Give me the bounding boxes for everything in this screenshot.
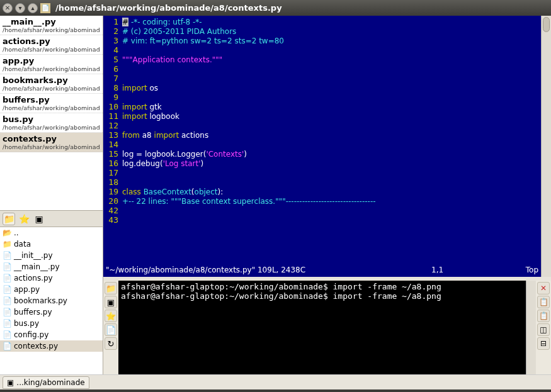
editor-line[interactable]: 13from a8 import actions bbox=[105, 130, 541, 140]
terminal-scrollbar[interactable] bbox=[526, 281, 536, 374]
file-tree-label: app.py bbox=[14, 285, 40, 294]
code-content[interactable]: # (c) 2005-2011 PIDA Authors bbox=[122, 26, 236, 36]
buffer-item[interactable]: app.py/home/afshar/working/abominade/a8 bbox=[0, 55, 103, 74]
terminal[interactable]: afshar@afshar-glaptop:~/working/abominad… bbox=[118, 281, 526, 374]
close-window-icon[interactable]: ✕ bbox=[3, 3, 13, 13]
code-content[interactable]: import os bbox=[122, 83, 158, 92]
editor-line[interactable]: 7 bbox=[105, 74, 541, 83]
code-content[interactable]: from a8 import actions bbox=[122, 130, 208, 140]
code-content[interactable]: +-- 22 lines: """Base context superclass… bbox=[122, 196, 376, 206]
line-number: 19 bbox=[105, 187, 122, 196]
file-tree-label: config.py bbox=[14, 330, 48, 339]
buffer-path: /home/afshar/working/abominade/a8 bbox=[3, 124, 100, 131]
buffer-name: app.py bbox=[3, 56, 100, 65]
split-h-icon[interactable]: ⊟ bbox=[537, 337, 550, 350]
terminal-right-toolbar: ✕ 📋 📋 ◫ ⊟ bbox=[536, 281, 551, 374]
editor-line[interactable]: 6 bbox=[105, 64, 541, 74]
terminal-icon[interactable]: ▣ bbox=[105, 296, 117, 308]
editor-line[interactable]: 8import os bbox=[105, 83, 541, 92]
maximize-window-icon[interactable]: ▴ bbox=[28, 3, 38, 13]
buffer-item[interactable]: contexts.py/home/afshar/working/abominad… bbox=[0, 133, 103, 152]
line-number: 17 bbox=[105, 168, 122, 177]
bookmark-icon[interactable]: ⭐ bbox=[105, 310, 117, 322]
file-tree-item[interactable]: 📄bus.py bbox=[0, 318, 103, 329]
file-tree-item[interactable]: 📄__main__.py bbox=[0, 261, 103, 272]
bottom-tab[interactable]: ▣ ...king/abominade bbox=[3, 376, 89, 389]
file-tree-item[interactable]: 📄actions.py bbox=[0, 272, 103, 284]
code-content[interactable]: import gtk bbox=[122, 102, 162, 111]
file-tree-item[interactable]: 📁data bbox=[0, 238, 103, 250]
buffer-list[interactable]: __main__.py/home/afshar/working/abominad… bbox=[0, 16, 103, 211]
line-number: 12 bbox=[105, 121, 122, 130]
buffer-name: bus.py bbox=[3, 115, 100, 124]
close-icon[interactable]: ✕ bbox=[537, 282, 550, 294]
split-v-icon[interactable]: ◫ bbox=[537, 323, 550, 336]
line-number: 11 bbox=[105, 111, 122, 121]
buffer-name: __main__.py bbox=[3, 17, 100, 26]
terminal-area: 📁 ▣ ⭐ 📄 ↻ afshar@afshar-glaptop:~/workin… bbox=[103, 281, 551, 374]
buffer-name: bookmarks.py bbox=[3, 76, 100, 85]
file-tree[interactable]: 📂..📁data📄__init__.py📄__main__.py📄actions… bbox=[0, 227, 103, 374]
editor-line[interactable]: 12 bbox=[105, 121, 541, 130]
file-tree-item[interactable]: 📄buffers.py bbox=[0, 306, 103, 318]
buffer-item[interactable]: __main__.py/home/afshar/working/abominad… bbox=[0, 16, 103, 35]
file-tree-item[interactable]: 📄contexts.py bbox=[0, 340, 103, 352]
page-icon[interactable]: 📄 bbox=[105, 323, 117, 336]
editor-scrollbar[interactable] bbox=[541, 16, 551, 277]
window-title: /home/afshar/working/abominade/a8/contex… bbox=[55, 3, 282, 13]
editor-line[interactable]: 3# vim: ft=python sw=2 ts=2 sts=2 tw=80 bbox=[105, 36, 541, 45]
code-content[interactable]: """Application contexts.""" bbox=[122, 55, 222, 64]
code-content[interactable]: import logbook bbox=[122, 111, 179, 121]
file-tree-item[interactable]: 📄bookmarks.py bbox=[0, 295, 103, 306]
editor-line[interactable]: 15log = logbook.Logger('Contexts') bbox=[105, 149, 541, 159]
code-content[interactable]: log = logbook.Logger('Contexts') bbox=[122, 149, 247, 159]
code-content[interactable]: log.debug('Log start') bbox=[122, 159, 203, 168]
file-tree-item[interactable]: 📄app.py bbox=[0, 284, 103, 295]
copy-icon[interactable]: 📋 bbox=[537, 296, 550, 308]
code-content[interactable]: # -*- coding: utf-8 -*- bbox=[122, 17, 202, 26]
editor-line[interactable]: 14 bbox=[105, 140, 541, 149]
folder-icon[interactable]: 📁 bbox=[105, 282, 117, 294]
code-content[interactable]: class BaseContext(object): bbox=[122, 187, 223, 196]
editor-line[interactable]: 16log.debug('Log start') bbox=[105, 159, 541, 168]
buffer-path: /home/afshar/working/abominade/a8 bbox=[3, 26, 100, 33]
editor-line[interactable]: 18 bbox=[105, 177, 541, 187]
minimize-window-icon[interactable]: ▾ bbox=[15, 3, 25, 13]
file-tree-up[interactable]: 📂.. bbox=[0, 227, 103, 238]
editor-line[interactable]: 11import logbook bbox=[105, 111, 541, 121]
paste-icon[interactable]: 📋 bbox=[537, 310, 550, 322]
line-number: 6 bbox=[105, 64, 122, 74]
editor-line[interactable]: 9 bbox=[105, 92, 541, 102]
editor-line[interactable]: 20+-- 22 lines: """Base context supercla… bbox=[105, 196, 541, 206]
file-icon: 📄 bbox=[3, 342, 11, 350]
code-content[interactable]: # vim: ft=python sw=2 ts=2 sts=2 tw=80 bbox=[122, 36, 284, 45]
terminal-tab-icon[interactable]: ▣ bbox=[33, 213, 45, 225]
buffer-item[interactable]: bus.py/home/afshar/working/abominade/a8 bbox=[0, 113, 103, 133]
editor-line[interactable]: 10import gtk bbox=[105, 102, 541, 111]
file-icon: 📄 bbox=[3, 296, 11, 305]
buffer-item[interactable]: actions.py/home/afshar/working/abominade… bbox=[0, 35, 103, 55]
editor-line[interactable]: 42 bbox=[105, 206, 541, 215]
editor[interactable]: 1# -*- coding: utf-8 -*-2# (c) 2005-2011… bbox=[103, 16, 551, 277]
buffer-path: /home/afshar/working/abominade/a8 bbox=[3, 104, 100, 111]
file-icon: 📄 bbox=[3, 308, 11, 316]
editor-line[interactable]: 17 bbox=[105, 168, 541, 177]
buffer-path: /home/afshar/working/abominade/a8 bbox=[3, 143, 100, 150]
editor-body[interactable]: 1# -*- coding: utf-8 -*-2# (c) 2005-2011… bbox=[103, 16, 541, 277]
editor-line[interactable]: 2# (c) 2005-2011 PIDA Authors bbox=[105, 26, 541, 36]
editor-line[interactable]: 4 bbox=[105, 45, 541, 55]
editor-line[interactable]: 5"""Application contexts.""" bbox=[105, 55, 541, 64]
file-tree-item[interactable]: 📄__init__.py bbox=[0, 250, 103, 261]
editor-scroll-thumb[interactable] bbox=[543, 17, 550, 32]
buffer-item[interactable]: buffers.py/home/afshar/working/abominade… bbox=[0, 94, 103, 113]
editor-line[interactable]: 43 bbox=[105, 215, 541, 225]
line-number: 3 bbox=[105, 36, 122, 45]
editor-line[interactable]: 19class BaseContext(object): bbox=[105, 187, 541, 196]
refresh-icon[interactable]: ↻ bbox=[105, 337, 117, 350]
folder-tab-icon[interactable]: 📁 bbox=[3, 213, 15, 225]
buffer-item[interactable]: bookmarks.py/home/afshar/working/abomina… bbox=[0, 74, 103, 94]
file-tree-item[interactable]: 📄config.py bbox=[0, 329, 103, 340]
line-number: 7 bbox=[105, 74, 122, 83]
bookmark-tab-icon[interactable]: ⭐ bbox=[18, 213, 30, 225]
editor-line[interactable]: 1# -*- coding: utf-8 -*- bbox=[105, 17, 541, 26]
